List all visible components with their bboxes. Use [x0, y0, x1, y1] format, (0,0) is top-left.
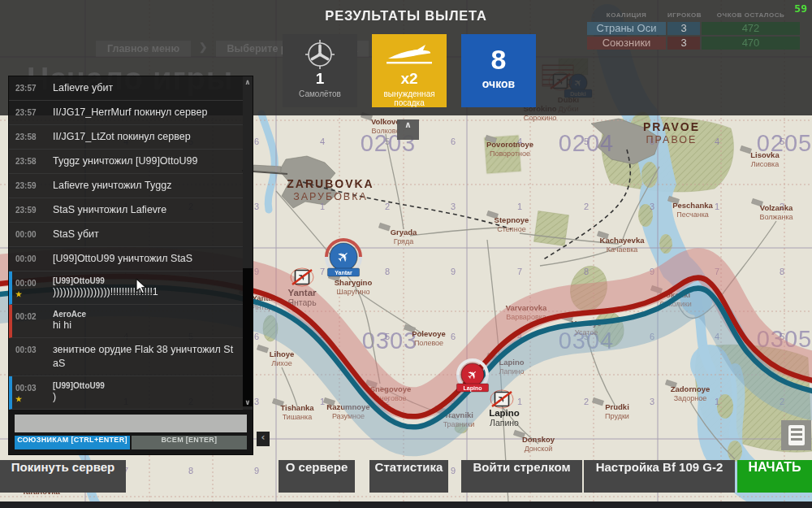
leave-server-button[interactable]: Покинуть сервер: [0, 460, 126, 493]
subgrid-number: 1: [715, 202, 719, 211]
subgrid-number: 7: [517, 267, 522, 276]
subgrid-number: 3: [650, 202, 654, 211]
points-count: 8: [491, 44, 507, 76]
chat-message-list[interactable]: 23:57Lafievre убит23:57II/JG17_HerrMurf …: [9, 76, 253, 410]
chat-panel: 23:57Lafievre убит23:57II/JG17_HerrMurf …: [8, 76, 253, 455]
planes-card: 1 Самолётов: [283, 34, 357, 107]
propeller-icon: [304, 39, 335, 70]
map-town-label: LapinoЛапино: [489, 408, 520, 428]
airfield-icon[interactable]: ✈Lapino: [456, 360, 488, 392]
svg-text:Лапино: Лапино: [490, 418, 519, 428]
subgrid-number: 3: [650, 397, 654, 406]
airfield-badge-label: Yantar: [335, 270, 352, 276]
scoreboard-header-players: ИГРОКОВ: [667, 11, 700, 20]
chat-message-row: 00:00StaS убит: [9, 223, 253, 247]
svg-text:Lihoye: Lihoye: [270, 350, 295, 358]
plane-settings-button[interactable]: Настройка Bf 109 G-2: [584, 460, 735, 493]
flight-results-title: РЕЗУЛЬТАТЫ ВЫЛЕТА: [276, 8, 536, 24]
svg-text:Gryada: Gryada: [391, 228, 417, 237]
svg-text:Полевое: Полевое: [414, 339, 443, 347]
subgrid-number: 3: [254, 397, 259, 406]
svg-text:Peschanka: Peschanka: [672, 201, 713, 210]
subgrid-number: 2: [584, 397, 589, 406]
svg-text:Шаругино: Шаругино: [337, 288, 370, 296]
subgrid-number: 4: [715, 137, 719, 146]
axis-coalition-name: Страны Оси: [587, 22, 666, 35]
svg-text:ЗАРУБОВКА: ЗАРУБОВКА: [293, 191, 368, 202]
svg-text:ПРАВОЕ: ПРАВОЕ: [646, 134, 698, 145]
subgrid-number: 8: [385, 267, 390, 276]
start-button[interactable]: НАЧАТЬ: [737, 460, 812, 493]
chevron-down-icon[interactable]: ∨: [243, 398, 253, 406]
svg-text:Гряда: Гряда: [394, 237, 413, 245]
subgrid-number: 6: [451, 137, 456, 146]
statistics-button[interactable]: Статистика: [369, 460, 448, 493]
subgrid-number: 5: [780, 137, 784, 146]
svg-text:Поворотное: Поворотное: [490, 150, 530, 158]
fps-counter: 59: [794, 2, 807, 15]
forced-landing-count: x2: [400, 70, 417, 88]
chat-message-row: 23:58II/JG17_LtZot покинул сервер: [9, 125, 253, 150]
chevron-up-icon[interactable]: ∧: [243, 78, 253, 86]
allied-player-count: 3: [667, 37, 700, 50]
chat-message-row: 00:03зенитное орудие Flak 38 уничтожил S…: [9, 338, 253, 376]
airfield-badge-label: Lapino: [464, 385, 482, 392]
join-as-gunner-button[interactable]: Войти стрелком: [461, 460, 582, 493]
subgrid-number: 2: [584, 202, 589, 211]
breadcrumb-main-menu[interactable]: Главное меню: [96, 41, 191, 57]
svg-text:Lisovka: Lisovka: [750, 150, 780, 159]
forced-landing-icon: [383, 39, 435, 70]
subgrid-number: 1: [320, 202, 325, 211]
svg-text:Kachayevka: Kachayevka: [600, 236, 646, 245]
coalition-scoreboard: КОАЛИЦИЯ ИГРОКОВ ОЧКОВ ОСТАЛОСЬ Страны О…: [587, 11, 800, 51]
scoreboard-header-coalition: КОАЛИЦИЯ: [587, 11, 666, 20]
chat-collapse-button[interactable]: ‹: [257, 432, 270, 446]
subgrid-number: 2: [385, 202, 390, 211]
subgrid-number: 9: [254, 466, 259, 475]
bottom-strip: [0, 501, 812, 508]
svg-text:Прудки: Прудки: [605, 412, 629, 420]
points-card: 8 очков: [461, 34, 536, 107]
svg-text:Лисовка: Лисовка: [751, 160, 779, 168]
airfield-icon[interactable]: ✈Yantar: [326, 240, 361, 276]
chat-tab-all[interactable]: ВСЕМ [ENTER]: [132, 436, 247, 449]
list-icon: [788, 425, 805, 445]
star-icon: ★: [15, 395, 41, 403]
chat-input[interactable]: [15, 415, 247, 432]
subgrid-number: 3: [451, 202, 456, 211]
svg-text:Sharygino: Sharygino: [335, 278, 373, 287]
subgrid-number: 5: [584, 137, 589, 146]
subgrid-number: 8: [780, 267, 784, 276]
subgrid-number: 8: [584, 267, 589, 276]
allied-coalition-name: Союзники: [587, 37, 666, 50]
breadcrumb-separator-icon: ❯: [199, 41, 207, 57]
points-label: очков: [479, 77, 518, 90]
subgrid-number: 1: [517, 397, 522, 406]
chevron-up-button[interactable]: ∧: [397, 119, 419, 140]
svg-text:Волжанка: Волжанка: [759, 213, 793, 221]
chat-message-row: 23:57Lafievre убит: [9, 76, 253, 101]
flight-results-cards: 1 Самолётов x2 вынужденная посадка 8 очк…: [283, 34, 536, 107]
subgrid-number: 9: [451, 466, 456, 475]
chat-scrollbar[interactable]: ∧ ∨: [243, 76, 253, 410]
svg-text:Лихое: Лихое: [271, 359, 292, 367]
chat-tab-allies[interactable]: СОЮЗНИКАМ [CTRL+ENTER]: [15, 436, 130, 449]
svg-text:Stepnoye: Stepnoye: [495, 215, 529, 224]
chat-message-row: 00:00★[U99]OttoU99)))))))))))))))))!!!!!…: [9, 271, 253, 305]
subgrid-number: 5: [385, 332, 390, 341]
axis-points-left: 472: [702, 22, 800, 35]
about-server-button[interactable]: О сервере: [279, 460, 355, 493]
svg-text:Lapino: Lapino: [489, 408, 520, 418]
chat-message-row: 00:03★[U99]OttoU99): [9, 376, 253, 410]
briefing-list-button[interactable]: [781, 420, 811, 450]
svg-text:PRAVOE: PRAVOE: [643, 120, 700, 133]
allied-points-left: 470: [702, 37, 800, 50]
svg-text:Качаевка: Качаевка: [607, 245, 638, 254]
svg-text:Донской: Донской: [525, 445, 553, 453]
subgrid-number: 9: [451, 267, 456, 276]
svg-text:Задорное: Задорное: [674, 394, 707, 402]
subgrid-number: 4: [320, 137, 325, 146]
subgrid-number: 7: [320, 267, 325, 276]
chat-scrollbar-thumb[interactable]: [243, 268, 253, 406]
forced-landing-card: x2 вынужденная посадка: [372, 34, 447, 107]
